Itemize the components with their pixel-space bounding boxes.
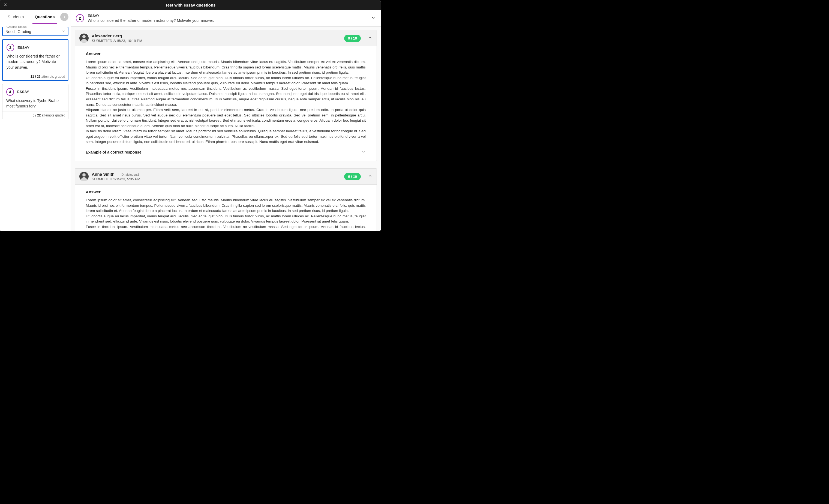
- answer-body: Lorem ipsum dolor sit amet, consectetur …: [86, 197, 366, 231]
- current-question-header[interactable]: 2 ESSAY Who is considered the father or …: [71, 10, 381, 27]
- question-graded-count: 11 / 22 attempts graded: [3, 73, 68, 80]
- question-graded-count: 5 / 22 attempts graded: [2, 112, 68, 119]
- sidebar-filters: Grading Status Needs Grading: [0, 24, 71, 37]
- question-type-label: ESSAY: [88, 14, 367, 18]
- question-preview-text: Who is considered the father or modern a…: [3, 53, 68, 73]
- question-text: Who is considered the father or modern a…: [88, 18, 367, 23]
- titlebar: Test with essay questions: [0, 0, 381, 10]
- submitted-timestamp: SUBMITTED 2/15/23, 10:19 PM: [92, 39, 341, 43]
- question-card[interactable]: 4ESSAYWhat discovery is Tycho Brahe most…: [2, 84, 68, 119]
- submissions-list[interactable]: Alexander BergSUBMITTED 2/15/23, 10:19 P…: [71, 27, 381, 231]
- grading-status-legend: Grading Status: [5, 25, 28, 28]
- chevron-down-icon: [62, 29, 65, 34]
- tab-students[interactable]: Students: [2, 10, 29, 24]
- question-list: 2ESSAYWho is considered the father or mo…: [0, 37, 71, 121]
- submission-card: Alexander BergSUBMITTED 2/15/23, 10:19 P…: [75, 30, 377, 161]
- submission-card: Anna SmithID: aistudent3SUBMITTED 2/15/2…: [75, 168, 377, 231]
- answer-heading: Answer: [86, 189, 366, 194]
- chevron-down-icon: [361, 149, 366, 155]
- question-number-badge: 2: [6, 44, 14, 51]
- question-type-label: ESSAY: [17, 90, 29, 94]
- svg-point-1: [82, 173, 86, 176]
- question-type-label: ESSAY: [17, 45, 30, 50]
- answer-heading: Answer: [86, 51, 366, 56]
- tab-questions[interactable]: Questions: [29, 10, 60, 24]
- student-name: Alexander Berg: [92, 34, 122, 38]
- example-response-label: Example of a correct response: [86, 150, 142, 154]
- close-button[interactable]: [2, 2, 9, 8]
- score-chip[interactable]: 9 / 10: [344, 173, 361, 180]
- sidebar: Students Questions Grading Status Needs …: [0, 10, 71, 231]
- question-number-badge: 2: [76, 14, 84, 22]
- collapse-submission-button[interactable]: [368, 35, 372, 41]
- main-area: 2 ESSAY Who is considered the father or …: [71, 10, 381, 231]
- question-number-badge: 4: [6, 88, 14, 96]
- avatar: [79, 34, 88, 43]
- question-preview-text: What discovery is Tycho Brahe most famou…: [2, 97, 68, 112]
- submission-header: Alexander BergSUBMITTED 2/15/23, 10:19 P…: [75, 30, 376, 46]
- close-icon: [3, 3, 8, 7]
- example-response-toggle[interactable]: Example of a correct response: [86, 149, 366, 155]
- chevron-up-icon: [368, 36, 372, 41]
- student-name: Anna Smith: [92, 172, 114, 176]
- question-card[interactable]: 2ESSAYWho is considered the father or mo…: [2, 39, 68, 81]
- sidebar-tabs: Students Questions: [0, 10, 71, 24]
- grading-status-select[interactable]: Grading Status Needs Grading: [2, 27, 68, 36]
- avatar: [79, 172, 88, 181]
- chevron-left-icon: [63, 15, 66, 19]
- svg-point-0: [82, 35, 86, 38]
- submitted-timestamp: SUBMITTED 2/15/23, 5:35 PM: [92, 177, 341, 181]
- page-title: Test with essay questions: [0, 3, 381, 7]
- collapse-submission-button[interactable]: [368, 174, 372, 179]
- score-chip[interactable]: 9 / 10: [344, 35, 361, 42]
- answer-body: Lorem ipsum dolor sit amet, consectetur …: [86, 59, 366, 145]
- submission-header: Anna SmithID: aistudent3SUBMITTED 2/15/2…: [75, 169, 376, 185]
- student-id: ID: aistudent3: [118, 173, 139, 176]
- collapse-sidebar-button[interactable]: [60, 13, 68, 21]
- grading-status-value: Needs Grading: [5, 30, 65, 34]
- chevron-down-icon: [371, 15, 376, 21]
- chevron-up-icon: [368, 174, 372, 179]
